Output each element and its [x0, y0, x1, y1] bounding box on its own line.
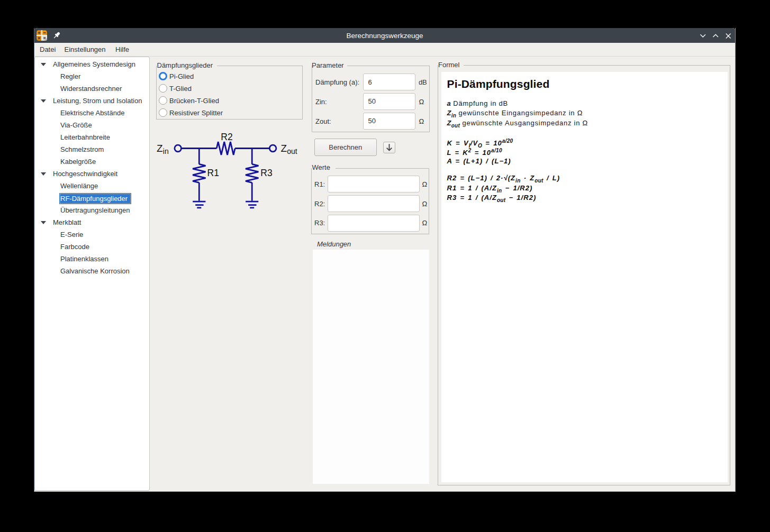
- svg-text:R3: R3: [260, 168, 272, 178]
- svg-text:Z: Z: [157, 143, 163, 154]
- svg-text:out: out: [287, 147, 297, 155]
- svg-text:R1: R1: [207, 168, 219, 178]
- svg-text:R2: R2: [221, 132, 232, 142]
- svg-text:Z: Z: [281, 143, 287, 154]
- svg-text:in: in: [163, 147, 169, 155]
